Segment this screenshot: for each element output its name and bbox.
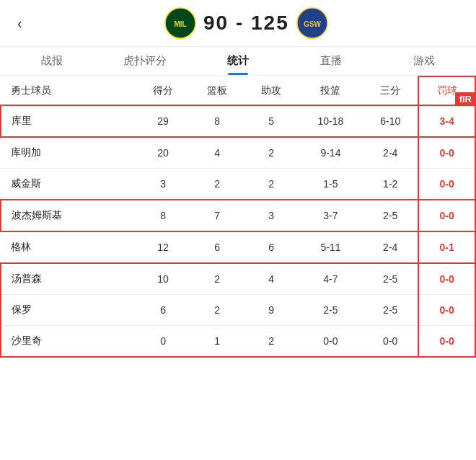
cell-pts: 3 (136, 169, 190, 200)
cell-ast: 5 (244, 105, 299, 137)
cell-ft: 3-4 (418, 105, 475, 137)
table-row: 沙里奇0120-00-00-0 (1, 326, 475, 358)
table-row: 格林12665-112-40-1 (1, 231, 475, 263)
table-row: 汤普森10244-72-50-0 (1, 263, 475, 295)
cell-ast: 4 (244, 263, 299, 295)
col-header-reb: 篮板 (190, 76, 244, 105)
cell-player: 威金斯 (1, 169, 136, 200)
table-header-row: 勇士球员 得分 篮板 助攻 投篮 三分 罚球 (1, 76, 475, 105)
cell-reb: 1 (190, 326, 244, 358)
cell-pts: 0 (136, 326, 190, 358)
cell-three: 0-0 (363, 326, 418, 358)
cell-pts: 12 (136, 231, 190, 263)
cell-reb: 2 (190, 169, 244, 200)
cell-ft: 0-0 (418, 169, 475, 200)
cell-reb: 4 (190, 137, 244, 169)
cell-reb: 8 (190, 105, 244, 137)
score-area: MIL 90 - 125 GSW (28, 7, 464, 39)
nav-tabs: 战报 虎扑评分 统计 直播 游戏 (0, 47, 476, 76)
stats-table-container: 勇士球员 得分 篮板 助攻 投篮 三分 罚球 库里298510-186-103-… (0, 76, 476, 358)
cell-three: 2-5 (363, 295, 418, 326)
table-row: 库里298510-186-103-4 (1, 105, 475, 137)
table-row: 库明加20429-142-40-0 (1, 137, 475, 169)
cell-fg: 10-18 (299, 105, 363, 137)
cell-fg: 1-5 (299, 169, 363, 200)
cell-pts: 6 (136, 295, 190, 326)
tab-zhanbaо[interactable]: 战报 (6, 47, 99, 75)
cell-ft: 0-0 (418, 137, 475, 169)
cell-fg: 5-11 (299, 231, 363, 263)
col-header-fg: 投篮 (299, 76, 363, 105)
team-home-logo: MIL (164, 7, 196, 39)
cell-ast: 2 (244, 169, 299, 200)
stats-table: 勇士球员 得分 篮板 助攻 投篮 三分 罚球 库里298510-186-103-… (0, 76, 476, 358)
cell-pts: 29 (136, 105, 190, 137)
tab-tongji[interactable]: 统计 (192, 47, 285, 75)
tab-youxi[interactable]: 游戏 (377, 47, 470, 75)
cell-three: 2-5 (363, 263, 418, 295)
cell-fg: 0-0 (299, 326, 363, 358)
table-row: 威金斯3221-51-20-0 (1, 169, 475, 200)
cell-fg: 9-14 (299, 137, 363, 169)
svg-text:GSW: GSW (304, 20, 321, 28)
cell-fg: 3-7 (299, 200, 363, 231)
cell-pts: 10 (136, 263, 190, 295)
cell-pts: 20 (136, 137, 190, 169)
cell-player: 波杰姆斯基 (1, 200, 136, 231)
cell-ast: 2 (244, 326, 299, 358)
cell-player: 沙里奇 (1, 326, 136, 358)
cell-player: 库明加 (1, 137, 136, 169)
col-header-pts: 得分 (136, 76, 190, 105)
cell-ast: 6 (244, 231, 299, 263)
svg-text:MIL: MIL (174, 20, 186, 28)
cell-reb: 2 (190, 295, 244, 326)
cell-fg: 4-7 (299, 263, 363, 295)
cell-ast: 9 (244, 295, 299, 326)
score-display: 90 - 125 (203, 12, 289, 35)
cell-ast: 3 (244, 200, 299, 231)
cell-player: 汤普森 (1, 263, 136, 295)
cell-ft: 0-0 (418, 295, 475, 326)
cell-ft: 0-1 (418, 231, 475, 263)
tab-zhibo[interactable]: 直播 (284, 47, 377, 75)
cell-ft: 0-0 (418, 263, 475, 295)
cell-reb: 7 (190, 200, 244, 231)
cell-ft: 0-0 (418, 326, 475, 358)
table-row: 保罗6292-52-50-0 (1, 295, 475, 326)
cell-three: 2-4 (363, 231, 418, 263)
table-row: 波杰姆斯基8733-72-50-0 (1, 200, 475, 231)
cell-three: 6-10 (363, 105, 418, 137)
cell-pts: 8 (136, 200, 190, 231)
cell-player: 保罗 (1, 295, 136, 326)
back-button[interactable]: ‹ (12, 12, 28, 35)
cell-ast: 2 (244, 137, 299, 169)
cell-fg: 2-5 (299, 295, 363, 326)
cell-player: 库里 (1, 105, 136, 137)
cell-reb: 2 (190, 263, 244, 295)
cell-three: 2-4 (363, 137, 418, 169)
fir-badge: fIR (455, 92, 476, 106)
header: ‹ MIL 90 - 125 GSW fIR (0, 0, 476, 47)
cell-ft: 0-0 (418, 200, 475, 231)
col-header-player: 勇士球员 (1, 76, 136, 105)
col-header-three: 三分 (363, 76, 418, 105)
cell-three: 2-5 (363, 200, 418, 231)
team-away-logo: GSW (296, 7, 328, 39)
cell-reb: 6 (190, 231, 244, 263)
col-header-ast: 助攻 (244, 76, 299, 105)
cell-player: 格林 (1, 231, 136, 263)
cell-three: 1-2 (363, 169, 418, 200)
tab-hupuping[interactable]: 虎扑评分 (99, 47, 192, 75)
